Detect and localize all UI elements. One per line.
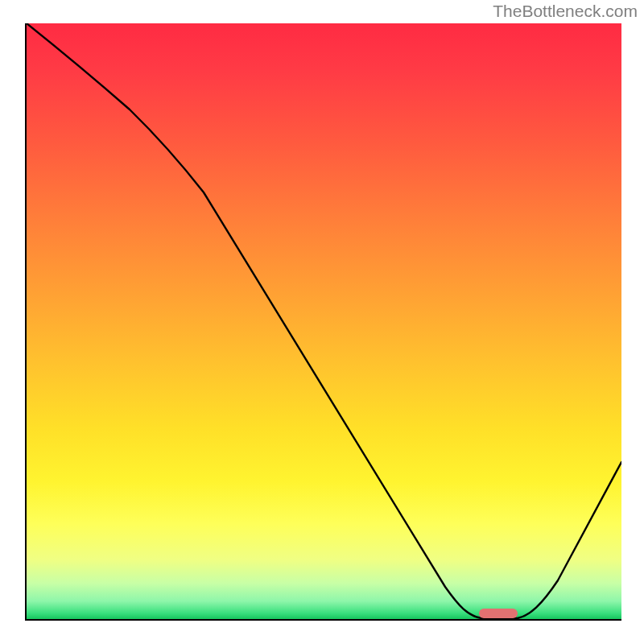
optimal-marker <box>479 609 518 618</box>
curve-svg <box>27 23 621 619</box>
chart-container: TheBottleneck.com <box>0 0 644 644</box>
bottleneck-curve-path <box>27 23 621 618</box>
watermark-text: TheBottleneck.com <box>493 2 638 21</box>
plot-area <box>25 23 621 621</box>
